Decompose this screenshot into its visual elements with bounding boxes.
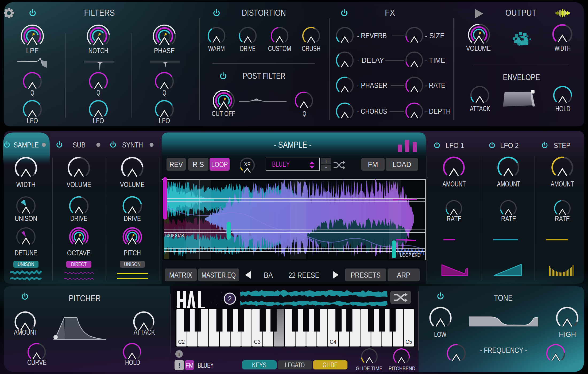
svg-text:-: - [325, 163, 327, 171]
svg-text:- PHASER: - PHASER [357, 81, 387, 89]
svg-text:UNISON: UNISON [18, 261, 34, 267]
svg-text:C4: C4 [330, 338, 336, 345]
svg-text:WARM: WARM [208, 45, 225, 53]
svg-text:VOLUME: VOLUME [466, 44, 491, 52]
svg-text:- SIZE: - SIZE [425, 32, 445, 40]
svg-text:AMOUNT: AMOUNT [497, 180, 520, 188]
svg-text:SYNTH: SYNTH [122, 141, 143, 149]
svg-text:CURVE: CURVE [27, 359, 47, 367]
svg-text:PHASE: PHASE [154, 46, 175, 55]
svg-text:- SAMPLE -: - SAMPLE - [274, 140, 312, 150]
svg-text:LOAD: LOAD [393, 161, 411, 169]
svg-text:R-S: R-S [193, 161, 204, 169]
svg-text:XF: XF [244, 161, 250, 167]
svg-text:PITCHBEND: PITCHBEND [389, 365, 415, 371]
svg-text:DRIVE: DRIVE [124, 214, 141, 223]
svg-text:FX: FX [385, 8, 395, 18]
svg-text:LOOP: LOOP [211, 161, 228, 169]
svg-text:LEGATO: LEGATO [285, 361, 305, 369]
svg-text:REV: REV [169, 161, 183, 169]
svg-text:- FREQUENCY -: - FREQUENCY - [480, 346, 527, 354]
svg-text:LOOP END: LOOP END [400, 252, 420, 258]
svg-text:ATTACK: ATTACK [134, 328, 155, 336]
svg-text:DIRECT: DIRECT [71, 261, 87, 267]
svg-text:- TIME: - TIME [425, 56, 445, 64]
svg-text:Q: Q [96, 89, 100, 97]
svg-text:NOTCH: NOTCH [88, 46, 108, 55]
svg-text:UNISON: UNISON [124, 261, 141, 267]
svg-text:LFO: LFO [93, 117, 104, 125]
svg-text:i: i [178, 351, 180, 357]
svg-text:RATE: RATE [501, 215, 516, 223]
svg-text:ATTACK: ATTACK [470, 105, 490, 113]
svg-text:SAMPLE: SAMPLE [14, 141, 39, 149]
svg-text:Q: Q [30, 89, 34, 97]
svg-text:BA: BA [264, 271, 273, 279]
svg-text:C3: C3 [254, 338, 261, 345]
svg-text:Q: Q [163, 89, 166, 97]
svg-text:FM: FM [185, 362, 194, 369]
svg-text:WIDTH: WIDTH [16, 180, 36, 189]
svg-text:AMOUNT: AMOUNT [443, 180, 466, 188]
svg-text:LFO 1: LFO 1 [446, 141, 464, 150]
svg-text:OUTPUT: OUTPUT [505, 8, 536, 18]
svg-text:HOLD: HOLD [555, 105, 570, 113]
svg-text:LFO: LFO [27, 117, 38, 125]
svg-text:- CHORUS: - CHORUS [357, 107, 387, 115]
svg-text:2: 2 [228, 295, 232, 303]
svg-text:DRIVE: DRIVE [70, 214, 87, 223]
svg-text:AMOUNT: AMOUNT [551, 180, 574, 188]
svg-text:BLUEY: BLUEY [272, 160, 290, 168]
svg-text:CUSTOM: CUSTOM [268, 45, 291, 53]
svg-text:DRIVE: DRIVE [240, 45, 256, 53]
svg-text:PRESETS: PRESETS [351, 271, 381, 279]
svg-text:DETUNE: DETUNE [15, 249, 37, 257]
svg-text:ENVELOPE: ENVELOPE [503, 73, 540, 82]
svg-text:DISTORTION: DISTORTION [242, 8, 286, 18]
svg-text:GLIDE TIME: GLIDE TIME [356, 365, 382, 371]
svg-text:UNISON: UNISON [15, 214, 37, 223]
svg-text:PITCH: PITCH [124, 249, 141, 257]
svg-text:TONE: TONE [494, 293, 513, 303]
svg-text:LOW: LOW [434, 330, 446, 338]
svg-text:LPF: LPF [26, 46, 39, 55]
svg-text:ARP: ARP [397, 271, 410, 279]
svg-text:VOLUME: VOLUME [67, 180, 91, 189]
svg-text:OCTAVE: OCTAVE [67, 249, 91, 257]
svg-text:C5: C5 [405, 338, 412, 345]
svg-text:LFO 2: LFO 2 [500, 141, 519, 150]
svg-text:POST FILTER: POST FILTER [243, 71, 285, 81]
svg-text:KEYS: KEYS [252, 361, 266, 369]
svg-text:PITCHER: PITCHER [69, 293, 101, 303]
svg-text:LFO: LFO [159, 117, 170, 125]
svg-text:SUB: SUB [73, 141, 86, 149]
svg-text:RATE: RATE [555, 215, 570, 223]
svg-text:FILTERS: FILTERS [84, 8, 115, 18]
svg-text:AMOUNT: AMOUNT [14, 328, 37, 336]
svg-text:- DELAY: - DELAY [357, 56, 384, 64]
svg-text:GLIDE: GLIDE [323, 361, 338, 369]
svg-text:- DEPTH: - DEPTH [425, 107, 451, 115]
svg-text:22 REESE: 22 REESE [288, 271, 319, 279]
svg-text:Q: Q [303, 110, 306, 118]
svg-text:- REVERB: - REVERB [357, 32, 387, 40]
svg-text:C2: C2 [178, 338, 185, 345]
svg-text:FM: FM [368, 161, 378, 169]
svg-text:RATE: RATE [447, 215, 462, 223]
svg-text:BLUEY: BLUEY [198, 361, 214, 369]
svg-text:CUT OFF: CUT OFF [212, 110, 235, 118]
svg-text:MASTER EQ: MASTER EQ [202, 271, 236, 279]
svg-text:HOLD: HOLD [125, 359, 140, 367]
svg-text:STEP: STEP [554, 141, 570, 150]
svg-text:LOOP START: LOOP START [165, 233, 186, 238]
svg-text:CRUSH: CRUSH [302, 45, 320, 53]
svg-text:WIDTH: WIDTH [555, 44, 571, 52]
svg-text:VOLUME: VOLUME [120, 180, 145, 189]
svg-text:MATRIX: MATRIX [169, 271, 192, 279]
svg-text:- RATE: - RATE [425, 81, 445, 89]
svg-text:HIGH: HIGH [559, 330, 576, 338]
svg-text:!: ! [179, 361, 180, 369]
